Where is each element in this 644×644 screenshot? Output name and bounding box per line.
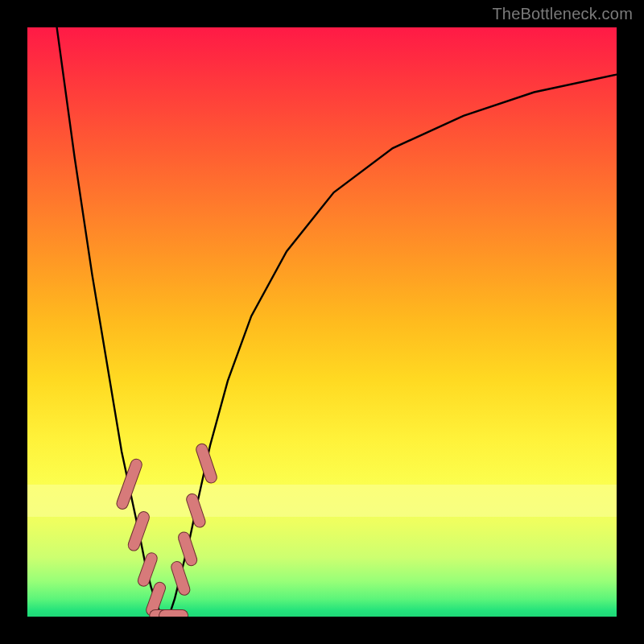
marker-point [152,588,160,610]
series-right-branch [169,75,617,617]
attribution-label: TheBottleneck.com [492,5,633,23]
marker-point [134,518,143,546]
chart-frame: TheBottleneck.com [0,0,644,644]
chart-svg [27,27,617,617]
data-markers [122,449,211,615]
plot-area [27,27,617,617]
marker-point [184,538,192,560]
marker-point [192,499,200,522]
marker-point [122,464,136,503]
marker-point [177,568,184,590]
